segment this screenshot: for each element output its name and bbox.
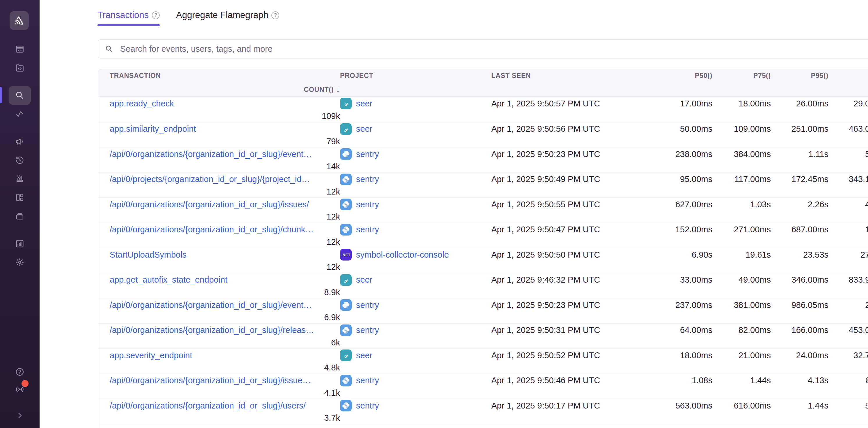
search-input[interactable] [98, 39, 868, 59]
p95-cell: 23.53s [771, 250, 829, 260]
project-link[interactable]: seer [356, 275, 372, 285]
column-header-p50[interactable]: P50() [655, 72, 712, 80]
sidebar-item-alerts[interactable] [9, 169, 31, 188]
project-link[interactable]: sentry [356, 150, 379, 159]
projects-icon [15, 63, 25, 73]
p95-cell: 687.00ms [771, 225, 829, 234]
python-platform-icon [340, 199, 352, 210]
sentry-logo-icon [13, 14, 26, 27]
project-link[interactable]: sentry [356, 174, 379, 184]
sidebar-item-crons[interactable] [9, 207, 31, 225]
sidebar-item-issues[interactable] [9, 40, 31, 59]
sidebar-item-projects[interactable] [9, 59, 31, 77]
sentry-logo[interactable] [9, 11, 29, 30]
python-platform-icon [340, 400, 352, 411]
sidebar-item-collapse[interactable] [9, 407, 31, 424]
p50-cell: 50.00ms [655, 124, 712, 134]
sidebar-item-feedback[interactable] [9, 132, 31, 151]
p95-cell: 24.00ms [771, 351, 829, 360]
sentry-sidebar [0, 0, 39, 428]
aggregate-flamegraph-help-icon[interactable]: ? [271, 11, 279, 19]
sidebar-item-replays[interactable] [9, 151, 31, 169]
column-header-project[interactable]: PROJECT [340, 72, 491, 80]
project-link[interactable]: sentry [356, 225, 379, 234]
project-cell: sentry [340, 199, 491, 210]
sidebar-footer [0, 363, 39, 424]
transactions-help-icon[interactable]: ? [152, 11, 160, 19]
project-link[interactable]: sentry [356, 325, 379, 335]
megaphone-icon [15, 137, 25, 146]
transaction-link[interactable]: /api/0/projects/{organization_id_or_slug… [110, 174, 310, 184]
project-link[interactable]: seer [356, 351, 372, 360]
sidebar-item-traces[interactable] [9, 105, 31, 123]
column-header-p95[interactable]: P95() [771, 72, 829, 80]
project-link[interactable]: sentry [356, 300, 379, 310]
sidebar-item-settings[interactable] [9, 253, 31, 271]
p50-cell: 627.00ms [655, 200, 712, 209]
transaction-link[interactable]: /api/0/organizations/{organization_id_or… [110, 376, 311, 385]
p99-cell: 343.18ms [829, 174, 868, 184]
p75-cell: 384.00ms [712, 150, 771, 159]
project-link[interactable]: sentry [356, 200, 379, 209]
project-link[interactable]: seer [356, 99, 372, 108]
last-seen-cell: Apr 1, 2025 9:50:17 PM UTC [491, 401, 655, 410]
p99-cell: 833.90ms [829, 275, 868, 285]
transaction-link[interactable]: app.get_autofix_state_endpoint [110, 275, 227, 284]
table-row-partial [98, 424, 868, 428]
project-link[interactable]: sentry [356, 376, 379, 385]
sidebar-item-dashboards[interactable] [9, 188, 31, 207]
p75-cell: 21.00ms [712, 351, 771, 360]
transaction-cell: app.ready_check [98, 99, 340, 108]
p75-cell: 109.00ms [712, 124, 771, 134]
sidebar-item-help[interactable] [9, 363, 31, 381]
p75-cell: 381.00ms [712, 300, 771, 310]
tab-transactions[interactable]: Transactions ? [97, 9, 160, 26]
table-row: app.severity_endpointseerApr 1, 2025 9:5… [98, 348, 868, 374]
last-seen-cell: Apr 1, 2025 9:50:47 PM UTC [491, 225, 655, 234]
table-row: /api/0/organizations/{organization_id_or… [98, 323, 868, 349]
project-cell: .NETsymbol-collector-console [340, 249, 491, 261]
table-body: app.ready_checkseerApr 1, 2025 9:50:57 P… [98, 97, 868, 428]
p75-cell: 49.00ms [712, 275, 771, 285]
p99-cell: 4.39s [829, 200, 868, 209]
transaction-link[interactable]: app.similarity_endpoint [110, 124, 196, 133]
sidebar-item-whats-new[interactable] [9, 381, 31, 398]
column-header-last_seen[interactable]: LAST SEEN [491, 72, 655, 80]
column-header-label: TRANSACTION [110, 72, 161, 79]
transaction-link[interactable]: app.ready_check [110, 99, 174, 108]
count-cell: 109k [98, 111, 340, 121]
column-header-count[interactable]: COUNT()↓ [98, 85, 340, 94]
p99-cell: 27.29s [829, 250, 868, 260]
project-link[interactable]: symbol-collector-console [356, 250, 449, 260]
p75-cell: 82.00ms [712, 325, 771, 335]
transaction-link[interactable]: /api/0/organizations/{organization_id_or… [110, 325, 314, 335]
transaction-link[interactable]: /api/0/organizations/{organization_id_or… [110, 200, 309, 209]
transaction-link[interactable]: /api/0/organizations/{organization_id_or… [110, 150, 312, 159]
p99-cell: 5.36s [829, 401, 868, 410]
transaction-link[interactable]: app.severity_endpoint [110, 351, 192, 360]
column-header-p75[interactable]: P75() [712, 72, 771, 80]
p95-cell: 346.00ms [771, 275, 829, 285]
last-seen-cell: Apr 1, 2025 9:50:23 PM UTC [491, 300, 655, 310]
sidebar-item-stats[interactable] [9, 234, 31, 253]
p99-cell: 1.37s [829, 225, 868, 234]
last-seen-cell: Apr 1, 2025 9:50:52 PM UTC [491, 351, 655, 360]
project-link[interactable]: seer [356, 124, 372, 134]
p75-cell: 271.00ms [712, 225, 771, 234]
sidebar-item-explore[interactable] [9, 86, 31, 105]
column-header-p99[interactable]: P99() [829, 72, 868, 80]
table-row: /api/0/projects/{organization_id_or_slug… [98, 172, 868, 198]
sort-desc-arrow-icon: ↓ [336, 85, 340, 94]
transaction-link[interactable]: /api/0/organizations/{organization_id_or… [110, 401, 306, 410]
column-header-transaction[interactable]: TRANSACTION [98, 72, 340, 80]
transaction-link[interactable]: /api/0/organizations/{organization_id_or… [110, 225, 314, 234]
project-link[interactable]: sentry [356, 401, 379, 410]
transaction-link[interactable]: /api/0/organizations/{organization_id_or… [110, 300, 312, 310]
transaction-link[interactable]: StartUploadSymbols [110, 250, 186, 259]
table-row: /api/0/organizations/{organization_id_or… [98, 197, 868, 223]
search-bar [98, 39, 868, 59]
last-seen-cell: Apr 1, 2025 9:50:46 PM UTC [491, 376, 655, 385]
p95-cell: 986.05ms [771, 300, 829, 310]
tab-aggregate-flamegraph[interactable]: Aggregate Flamegraph ? [176, 9, 279, 26]
p50-cell: 237.00ms [655, 300, 712, 310]
